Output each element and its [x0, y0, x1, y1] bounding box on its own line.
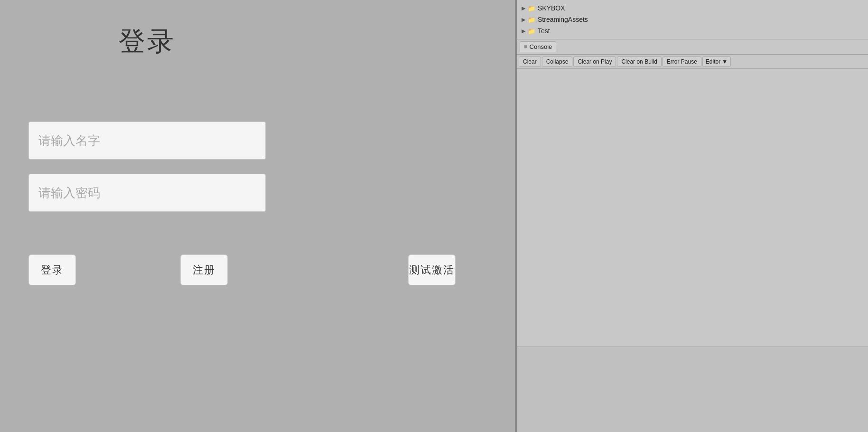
- tree-arrow-test: ▶: [522, 28, 525, 34]
- register-button[interactable]: 注册: [180, 254, 228, 285]
- password-input[interactable]: [28, 174, 266, 212]
- console-bottom-detail: [517, 347, 868, 432]
- console-header: ≡ Console: [517, 39, 868, 55]
- clear-on-build-button[interactable]: Clear on Build: [617, 56, 661, 67]
- test-activate-button[interactable]: 测试激活: [408, 254, 456, 285]
- tree-label-test: Test: [538, 27, 550, 35]
- login-button[interactable]: 登录: [28, 254, 76, 285]
- tree-arrow-streamingassets: ▶: [522, 17, 525, 23]
- tree-label-skybox: SKYBOX: [538, 4, 565, 12]
- login-panel: 登录 登录 注册 测试激活: [0, 0, 515, 432]
- tree-arrow-skybox: ▶: [522, 5, 525, 11]
- editor-dropdown-label: Editor: [706, 58, 720, 65]
- login-title: 登录: [119, 24, 176, 60]
- console-toolbar: Clear Collapse Clear on Play Clear on Bu…: [517, 55, 868, 69]
- editor-panel: ▶ 📁 SKYBOX ▶ 📁 StreamingAssets ▶ 📁 Test …: [517, 0, 868, 432]
- chevron-down-icon: ▼: [722, 58, 728, 65]
- username-input[interactable]: [28, 122, 266, 160]
- tree-item-test[interactable]: ▶ 📁 Test: [522, 25, 863, 37]
- console-tab-label: Console: [530, 43, 552, 50]
- tree-item-streamingassets[interactable]: ▶ 📁 StreamingAssets: [522, 14, 863, 25]
- console-icon: ≡: [524, 43, 528, 50]
- console-panel: ≡ Console Clear Collapse Clear on Play C…: [517, 39, 868, 432]
- console-tab[interactable]: ≡ Console: [520, 41, 556, 52]
- collapse-button[interactable]: Collapse: [542, 56, 573, 67]
- folder-icon-streamingassets: 📁: [528, 16, 535, 23]
- console-content: [517, 69, 868, 347]
- tree-label-streamingassets: StreamingAssets: [538, 16, 588, 23]
- editor-dropdown[interactable]: Editor ▼: [702, 56, 731, 67]
- folder-icon-test: 📁: [528, 28, 535, 35]
- clear-button[interactable]: Clear: [519, 56, 541, 67]
- login-buttons: 登录 注册 测试激活: [28, 254, 456, 285]
- login-form: [28, 122, 486, 212]
- error-pause-button[interactable]: Error Pause: [663, 56, 701, 67]
- clear-on-play-button[interactable]: Clear on Play: [573, 56, 616, 67]
- tree-item-skybox[interactable]: ▶ 📁 SKYBOX: [522, 2, 863, 14]
- folder-icon-skybox: 📁: [528, 5, 535, 12]
- file-tree: ▶ 📁 SKYBOX ▶ 📁 StreamingAssets ▶ 📁 Test: [517, 0, 868, 39]
